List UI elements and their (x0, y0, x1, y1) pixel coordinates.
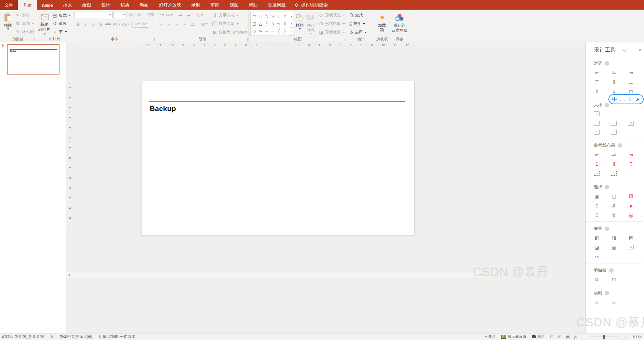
gallery-scroll-up-icon[interactable]: ▴ (289, 12, 294, 20)
clipboard-dialog-launcher[interactable] (32, 38, 35, 41)
shape-union-icon[interactable]: ◧ (594, 235, 600, 241)
text-direction-button[interactable]: ⇵文字方向 (212, 11, 252, 19)
select-button[interactable]: 选择 (349, 28, 367, 36)
menu-tab-file[interactable]: 文件 (0, 0, 18, 10)
shape-curve-icon[interactable]: ∼ (271, 29, 274, 33)
menu-tab-home[interactable]: 开始 (18, 0, 37, 10)
proofing-icon[interactable]: ✎ (50, 335, 53, 339)
shape-rounded-rectangle-icon[interactable]: ▢ (252, 21, 256, 26)
addins-button[interactable]: 加载项 (377, 11, 387, 36)
menu-tab-view[interactable]: 视图 (225, 0, 244, 10)
equal-width-icon[interactable]: ↔ (594, 111, 600, 116)
bold-button[interactable]: B (75, 21, 82, 28)
slideshow-icon[interactable]: ▷ (574, 335, 577, 339)
replace-button[interactable]: ab ac 替换 (349, 20, 367, 28)
find-button[interactable]: 查找 (349, 11, 367, 19)
align-left-icon[interactable]: ⇤ (594, 70, 600, 75)
slide-title-text[interactable]: Backup (150, 105, 176, 113)
zoom-out-button[interactable]: − (583, 335, 585, 339)
arrange-button[interactable]: 排列 (295, 11, 305, 36)
align-center-button[interactable]: ≡ (165, 21, 173, 27)
italic-button[interactable]: I (82, 21, 89, 28)
layout-button[interactable]: ▤版式 (52, 11, 71, 19)
slide-sorter-icon[interactable]: ⊞ (558, 335, 561, 339)
menu-tab-draw[interactable]: 绘图 (77, 0, 96, 10)
bring-to-front-icon[interactable]: ↥ (594, 203, 600, 208)
shape-left-brace-icon[interactable]: { (278, 29, 280, 33)
zoom-level[interactable]: 100% (632, 335, 642, 339)
decrease-font-button[interactable]: A▾ (136, 11, 143, 18)
clipboard-paste-icon[interactable]: ⊡ (611, 277, 617, 282)
shape-scribble-icon[interactable]: ∿ (259, 29, 262, 33)
comments-button[interactable]: 批注 (532, 334, 545, 339)
shape-right-brace-icon[interactable]: } (284, 29, 286, 33)
distribute-horizontal-icon[interactable]: ‖ (594, 89, 600, 94)
align-right-icon[interactable]: ⇥ (628, 70, 634, 75)
columns-button[interactable]: ▥ (200, 21, 208, 27)
decrease-indent-button[interactable]: ⇤ (177, 12, 184, 18)
shape-elbow-connector-icon[interactable]: └ (265, 21, 268, 26)
bullets-button[interactable]: ∷ (158, 12, 165, 18)
chevron-down-icon[interactable] (622, 47, 626, 51)
menu-tab-transitions[interactable]: 切换 (116, 0, 135, 10)
convert-smartart-button[interactable]: ⊞转换为 SmartArt (212, 28, 252, 36)
strikethrough-button[interactable]: abc (105, 21, 112, 28)
guide-bottom-icon[interactable]: ↧ (628, 161, 634, 167)
info-icon[interactable]: i (618, 143, 622, 148)
info-icon[interactable]: i (609, 268, 614, 273)
guide-height-icon[interactable]: ↕ (611, 171, 617, 176)
shape-subtract-icon[interactable]: ◨ (611, 235, 617, 241)
swap-width-height-icon[interactable]: ⇄ (628, 121, 634, 126)
guide-width-icon[interactable]: ↔ (594, 171, 600, 176)
align-top-icon[interactable]: ⊤ (594, 79, 600, 85)
align-left-button[interactable]: ≡ (158, 21, 165, 27)
increase-font-button[interactable]: A▴ (128, 11, 135, 18)
underline-button[interactable]: U (90, 21, 97, 28)
clipboard-copy-icon[interactable]: ⧉ (594, 277, 600, 282)
layer-order-icon[interactable]: ⇵ (611, 203, 617, 208)
menu-tab-slideshow[interactable]: 幻灯片放映 (154, 0, 186, 10)
new-slide-button[interactable]: 新建 幻灯片 (38, 11, 51, 36)
slide-thumbnail[interactable]: Backup (7, 44, 59, 74)
shape-fill-button[interactable]: ◇形状填充 (318, 11, 346, 19)
info-icon[interactable]: i (605, 291, 609, 295)
shape-arc-icon[interactable]: ⌢ (265, 29, 268, 33)
align-center-horizontal-icon[interactable]: ⇆ (611, 70, 617, 75)
notes-button[interactable]: ≡备注 (485, 334, 496, 339)
character-spacing-button[interactable]: AV (112, 21, 121, 28)
align-text-button[interactable]: ↕对齐文本 (212, 20, 252, 28)
menu-tab-help[interactable]: 帮助 (244, 0, 263, 10)
center-on-slide-icon[interactable]: ⊡ (628, 89, 634, 94)
tell-me-search[interactable]: 操作说明搜索 (294, 0, 328, 10)
shape-freeform-icon[interactable]: ◇ (253, 29, 256, 33)
slide-divider-line[interactable] (149, 101, 405, 102)
pointer-select-icon[interactable]: ▶ (627, 202, 635, 209)
reset-button[interactable]: ↺重置 (52, 19, 71, 28)
wrench-icon[interactable] (636, 97, 640, 101)
menu-tab-islide[interactable]: iSlide (37, 0, 58, 10)
shape-cut-icon[interactable]: ✂ (594, 254, 600, 260)
zoom-slider[interactable] (590, 337, 619, 337)
shape-combine-icon[interactable]: ▣ (611, 245, 617, 250)
stretch-top-icon[interactable]: ↑ (594, 130, 600, 135)
shape-oval-icon[interactable]: ○ (284, 14, 286, 18)
guide-center-vertical-icon[interactable]: ⇄ (611, 152, 617, 157)
send-to-back-icon[interactable]: ↧ (594, 213, 600, 218)
select-group-icon[interactable]: ▣ (594, 193, 600, 199)
highlight-color-button[interactable]: ab (133, 20, 141, 28)
copy-button[interactable]: ⧉复制 (15, 19, 35, 28)
guide-left-icon[interactable]: ⇤ (594, 152, 600, 157)
stretch-right-icon[interactable]: → (611, 121, 617, 126)
select-ungroup-icon[interactable]: ▢ (611, 193, 617, 199)
display-settings-button[interactable]: 显示器设置 (501, 334, 526, 339)
shape-outline-button[interactable]: ⊡形状轮廓 (318, 20, 346, 28)
snap-horizontal-icon[interactable]: ⊞ (594, 299, 600, 305)
font-name-combo[interactable] (75, 12, 112, 18)
shape-intersect-icon[interactable]: ◩ (628, 235, 634, 241)
font-size-combo[interactable] (113, 12, 126, 18)
info-icon[interactable]: i (605, 227, 609, 231)
change-case-button[interactable]: Aa (121, 21, 130, 28)
menu-tab-baidu-netdisk[interactable]: 百度网盘 (263, 0, 291, 10)
info-icon[interactable]: i (605, 103, 609, 107)
accessibility-status[interactable]: ⊕ 辅助功能: 一切就绪 (98, 334, 135, 339)
